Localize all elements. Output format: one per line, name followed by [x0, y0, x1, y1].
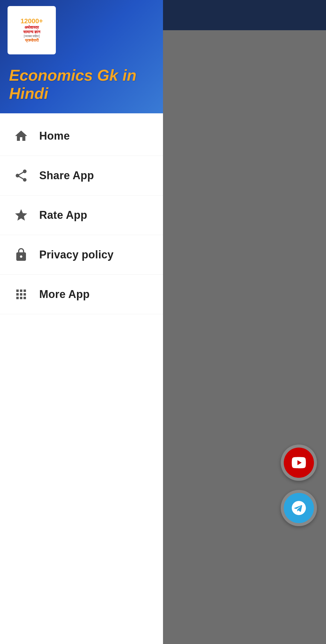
- drawer-header: 12000+ अर्थशास्त्र सामान्य ज्ञान [व्याख्…: [0, 0, 163, 113]
- sidebar-item-label-rate: Rate App: [39, 209, 87, 222]
- youtube-icon: [290, 454, 307, 471]
- right-top-bar: [163, 0, 326, 30]
- sidebar-item-share[interactable]: Share App: [0, 156, 163, 196]
- app-title-line2: Hindi: [9, 85, 48, 102]
- sidebar-item-label-more: More App: [39, 288, 90, 301]
- logo-hindi-line2: सामान्य ज्ञान: [23, 30, 40, 34]
- lock-icon: [12, 246, 30, 264]
- logo-prashn: प्रश्नोत्तरी: [25, 38, 39, 43]
- logo-subtitle: [व्याख्या सहित]: [24, 34, 40, 38]
- sidebar-item-label-home: Home: [39, 130, 70, 142]
- youtube-button[interactable]: [281, 445, 317, 481]
- telegram-icon: [290, 500, 307, 516]
- logo-number: 12000+: [21, 18, 43, 25]
- star-icon: [12, 206, 30, 224]
- sidebar-item-label-share: Share App: [39, 169, 94, 182]
- sidebar-item-more[interactable]: More App: [0, 275, 163, 314]
- app-logo-container: 12000+ अर्थशास्त्र सामान्य ज्ञान [व्याख्…: [8, 6, 56, 54]
- home-icon: [12, 127, 30, 145]
- youtube-icon-container: [284, 448, 314, 478]
- navigation-drawer: 12000+ अर्थशास्त्र सामान्य ज्ञान [व्याख्…: [0, 0, 163, 644]
- right-background: [163, 0, 326, 644]
- drawer-menu: Home Share App Rate App: [0, 113, 163, 644]
- app-logo: 12000+ अर्थशास्त्र सामान्य ज्ञान [व्याख्…: [8, 6, 56, 54]
- logo-hindi-line1: अर्थशास्त्र: [24, 25, 39, 30]
- app-title: Economics Gk in Hindi: [9, 66, 154, 103]
- app-title-line1: Economics Gk in: [9, 66, 136, 84]
- sidebar-item-home[interactable]: Home: [0, 116, 163, 156]
- sidebar-item-rate[interactable]: Rate App: [0, 196, 163, 235]
- sidebar-item-label-privacy: Privacy policy: [39, 248, 113, 261]
- grid-icon: [12, 285, 30, 303]
- telegram-button[interactable]: [281, 490, 317, 526]
- share-icon: [12, 167, 30, 185]
- sidebar-item-privacy[interactable]: Privacy policy: [0, 235, 163, 275]
- telegram-icon-container: [284, 493, 314, 523]
